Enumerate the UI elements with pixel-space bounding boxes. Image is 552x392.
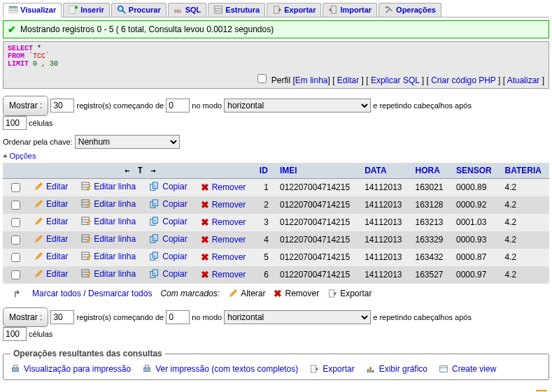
- start-input[interactable]: [166, 310, 190, 324]
- tab-label: Visualizar: [20, 6, 56, 14]
- tab-label: Inserir: [80, 6, 104, 14]
- op-exibir-grafico[interactable]: Exibir gráfico: [366, 364, 427, 374]
- op-ver-impressao[interactable]: Ver impressão (com textos completos): [142, 364, 298, 374]
- rows-input[interactable]: [50, 310, 74, 324]
- row-editar[interactable]: Editar: [34, 234, 68, 244]
- svg-rect-10: [274, 6, 279, 14]
- row-editar-linha[interactable]: Editar linha: [81, 182, 136, 191]
- col-imei[interactable]: IMEI: [274, 163, 359, 179]
- print-icon: [10, 364, 20, 374]
- row-remover[interactable]: ✖Remover: [201, 234, 246, 245]
- tab-operacoes[interactable]: Operações: [378, 3, 441, 17]
- row-remover[interactable]: ✖Remover: [201, 252, 246, 263]
- row-copiar[interactable]: +Copiar: [150, 199, 187, 209]
- row-editar-linha[interactable]: Editar linha: [81, 234, 136, 244]
- cell-sensor: 0001.03: [451, 214, 500, 231]
- mark-all-link[interactable]: Marcar todos: [32, 289, 81, 298]
- start-input[interactable]: [166, 99, 190, 112]
- col-bateria[interactable]: BATERIA: [500, 163, 549, 179]
- row-editar-linha[interactable]: Editar linha: [81, 269, 136, 279]
- link-em-linha[interactable]: Em linha: [295, 75, 328, 85]
- headers-input[interactable]: [3, 116, 27, 130]
- cell-data: 14112013: [359, 249, 409, 266]
- svg-rect-58: [440, 366, 448, 372]
- tab-visualizar[interactable]: Visualizar: [3, 3, 62, 17]
- col-id[interactable]: ID: [254, 163, 274, 179]
- unmark-all-link[interactable]: Desmarcar todos: [88, 289, 152, 298]
- op-create-view[interactable]: Create view: [439, 364, 496, 374]
- col-sensor[interactable]: SENSOR: [451, 163, 500, 179]
- profile-checkbox[interactable]: [257, 74, 267, 83]
- row-checkbox[interactable]: [11, 183, 20, 192]
- sort-key-select[interactable]: Nenhum: [75, 135, 180, 149]
- grid-edit-icon: [81, 199, 91, 209]
- check-icon: ✔: [8, 24, 16, 35]
- col-checkbox-header: [3, 163, 28, 179]
- link-editar-sql[interactable]: Editar: [337, 75, 359, 85]
- link-criar-php[interactable]: Criar código PHP: [431, 75, 495, 85]
- row-editar-linha[interactable]: Editar linha: [81, 199, 136, 209]
- marked-exportar[interactable]: Exportar: [327, 289, 371, 298]
- row-remover[interactable]: ✖Remover: [201, 217, 246, 228]
- row-editar[interactable]: Editar: [34, 199, 68, 209]
- row-checkbox[interactable]: [11, 235, 20, 245]
- tools-icon: [384, 5, 394, 15]
- row-copiar[interactable]: +Copiar: [150, 252, 187, 261]
- sort-key-label: Ordenar pela chave:: [3, 138, 73, 146]
- row-remover[interactable]: ✖Remover: [201, 269, 246, 280]
- row-copiar[interactable]: +Copiar: [150, 269, 187, 279]
- bookmark-corner[interactable]: [3, 387, 549, 392]
- row-editar[interactable]: Editar: [34, 182, 68, 191]
- options-toggle[interactable]: + Opções: [3, 152, 549, 160]
- svg-text:+: +: [154, 201, 157, 205]
- row-copiar[interactable]: +Copiar: [150, 234, 187, 244]
- tab-estrutura[interactable]: Estrutura: [208, 3, 265, 17]
- success-text: Mostrando registros 0 - 5 ( 6 total, Con…: [20, 24, 274, 34]
- row-editar[interactable]: Editar: [34, 252, 68, 261]
- mostrar-button[interactable]: Mostrar :: [3, 307, 48, 328]
- options-link[interactable]: Opções: [9, 152, 36, 160]
- marked-remover[interactable]: ✖ Remover: [274, 288, 319, 299]
- with-selected-row: Marcar todos / Desmarcar todos Com marca…: [14, 288, 549, 299]
- mode-select[interactable]: horizontal: [224, 310, 371, 324]
- pencil-icon: [34, 182, 43, 191]
- col-data[interactable]: DATA: [359, 163, 409, 179]
- print-icon: [142, 364, 152, 374]
- cell-bateria: 4.2: [500, 214, 549, 231]
- link-atualizar[interactable]: Atualizar: [507, 75, 540, 85]
- row-copiar[interactable]: +Copiar: [150, 182, 187, 191]
- row-checkbox[interactable]: [11, 270, 20, 280]
- tab-importar[interactable]: Importar: [323, 3, 377, 17]
- row-remover[interactable]: ✖Remover: [201, 199, 246, 210]
- svg-rect-7: [215, 6, 222, 14]
- col-hora[interactable]: HORA: [410, 163, 451, 179]
- link-explicar-sql[interactable]: Explicar SQL: [371, 75, 420, 85]
- row-checkbox[interactable]: [11, 218, 20, 227]
- svg-text:SQL: SQL: [174, 8, 182, 13]
- tab-sql[interactable]: SQL SQL: [168, 3, 207, 17]
- mostrar-button[interactable]: Mostrar :: [3, 96, 48, 116]
- row-checkbox[interactable]: [11, 253, 20, 262]
- cell-sensor: 0000.87: [451, 249, 500, 266]
- row-copiar[interactable]: +Copiar: [150, 217, 187, 226]
- op-visual-impressao[interactable]: Visualização para impressão: [10, 364, 131, 374]
- results-table: ← T → ID IMEI DATA HORA SENSOR BATERIA E…: [3, 163, 549, 284]
- cell-bateria: 4.2: [500, 178, 549, 196]
- row-editar[interactable]: Editar: [34, 269, 68, 279]
- row-editar-linha[interactable]: Editar linha: [81, 252, 136, 261]
- row-checkbox[interactable]: [11, 201, 20, 210]
- op-exportar[interactable]: Exportar: [309, 364, 354, 374]
- marked-alterar[interactable]: Alterar: [228, 289, 265, 298]
- row-editar[interactable]: Editar: [34, 217, 68, 226]
- headers-input[interactable]: [3, 327, 27, 341]
- rows-input[interactable]: [50, 99, 74, 112]
- cell-bateria: 4.2: [500, 231, 549, 249]
- tab-inserir[interactable]: Inserir: [63, 3, 110, 17]
- tab-exportar[interactable]: Exportar: [267, 3, 321, 17]
- cell-imei: 012207004714215: [274, 249, 359, 266]
- tab-procurar[interactable]: Procurar: [111, 3, 167, 17]
- cell-hora: 163128: [410, 196, 451, 214]
- mode-select[interactable]: horizontal: [224, 99, 371, 112]
- row-editar-linha[interactable]: Editar linha: [81, 217, 136, 226]
- row-remover[interactable]: ✖Remover: [201, 182, 246, 193]
